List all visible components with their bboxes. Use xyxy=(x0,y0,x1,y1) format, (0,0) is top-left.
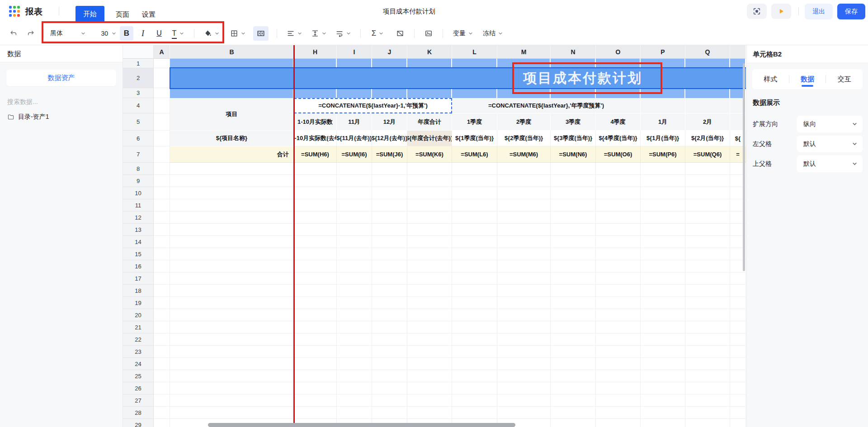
cell-M5[interactable]: 2季度 xyxy=(497,113,551,131)
cell-B2-merged-title[interactable]: 项目成本付款计划 xyxy=(170,68,746,88)
cell-O9[interactable] xyxy=(596,175,641,187)
cell-Q6[interactable]: ${2月(当年)} xyxy=(685,131,730,146)
cell-K23[interactable] xyxy=(407,346,452,358)
cell-L22[interactable] xyxy=(452,333,497,346)
cell-L8[interactable] xyxy=(452,163,497,175)
cell-B13[interactable] xyxy=(170,224,294,236)
cell-K28[interactable] xyxy=(407,407,452,419)
cell-Q28[interactable] xyxy=(685,407,730,419)
cell-Q1[interactable] xyxy=(685,59,730,68)
cell-P29[interactable] xyxy=(641,419,685,427)
row-header-11[interactable]: 11 xyxy=(123,199,154,211)
panel-tab-interaction[interactable]: 交互 xyxy=(826,69,863,89)
cell-A11[interactable] xyxy=(154,199,170,211)
cell-N8[interactable] xyxy=(551,163,596,175)
cell-M25[interactable] xyxy=(497,370,551,382)
cell-J8[interactable] xyxy=(372,163,407,175)
cell-A21[interactable] xyxy=(154,321,170,333)
cell-J13[interactable] xyxy=(372,224,407,236)
cell-K13[interactable] xyxy=(407,224,452,236)
cell-Q3[interactable] xyxy=(685,88,730,98)
cell-P28[interactable] xyxy=(641,407,685,419)
cell-N10[interactable] xyxy=(551,187,596,199)
cell-L10[interactable] xyxy=(452,187,497,199)
cell-B25[interactable] xyxy=(170,370,294,382)
column-header-O[interactable]: O xyxy=(596,45,641,59)
cell-N28[interactable] xyxy=(551,407,596,419)
row-header-27[interactable]: 27 xyxy=(123,394,154,407)
cell-A29[interactable] xyxy=(154,419,170,427)
cell-N26[interactable] xyxy=(551,382,596,394)
row-header-19[interactable]: 19 xyxy=(123,297,154,309)
cell-P18[interactable] xyxy=(641,285,685,297)
cell-A18[interactable] xyxy=(154,285,170,297)
cell-P4[interactable] xyxy=(641,98,685,113)
cell-H15[interactable] xyxy=(294,248,337,260)
column-header-I[interactable]: I xyxy=(337,45,372,59)
cell-K17[interactable] xyxy=(407,272,452,285)
cell-K8[interactable] xyxy=(407,163,452,175)
vertical-align-button[interactable] xyxy=(310,26,328,41)
cell-B14[interactable] xyxy=(170,236,294,248)
cell-H1[interactable] xyxy=(294,59,337,68)
cell-N24[interactable] xyxy=(551,358,596,370)
cell-J28[interactable] xyxy=(372,407,407,419)
cell-B20[interactable] xyxy=(170,309,294,321)
cell-I22[interactable] xyxy=(337,333,372,346)
row-header-10[interactable]: 10 xyxy=(123,187,154,199)
cell-M14[interactable] xyxy=(497,236,551,248)
horizontal-align-button[interactable] xyxy=(285,26,303,41)
bold-button[interactable]: B xyxy=(120,26,133,41)
cell-A9[interactable] xyxy=(154,175,170,187)
cell-H8[interactable] xyxy=(294,163,337,175)
cell-L15[interactable] xyxy=(452,248,497,260)
cell-N5[interactable]: 3季度 xyxy=(551,113,596,131)
cell-O10[interactable] xyxy=(596,187,641,199)
cell-A1[interactable] xyxy=(154,59,170,68)
cell-P22[interactable] xyxy=(641,333,685,346)
cell-R20[interactable] xyxy=(730,309,746,321)
cell-L13[interactable] xyxy=(452,224,497,236)
cell-L16[interactable] xyxy=(452,260,497,272)
cell-L19[interactable] xyxy=(452,297,497,309)
cell-O27[interactable] xyxy=(596,394,641,407)
freeze-menu[interactable]: 冻结 xyxy=(480,26,505,41)
save-button[interactable]: 保存 xyxy=(837,4,865,19)
cell-J9[interactable] xyxy=(372,175,407,187)
cell-L3[interactable] xyxy=(452,88,497,98)
row-header-29[interactable]: 29 xyxy=(123,419,154,427)
cell-H18[interactable] xyxy=(294,285,337,297)
cell-I1[interactable] xyxy=(337,59,372,68)
cell-B6[interactable]: ${项目名称} xyxy=(170,131,294,146)
cell-J5[interactable]: 12月 xyxy=(372,113,407,131)
cell-J22[interactable] xyxy=(372,333,407,346)
cell-A27[interactable] xyxy=(154,394,170,407)
cell-H23[interactable] xyxy=(294,346,337,358)
cell-Q5[interactable]: 2月 xyxy=(685,113,730,131)
cell-I21[interactable] xyxy=(337,321,372,333)
tab-settings[interactable]: 设置 xyxy=(138,6,159,22)
cell-A8[interactable] xyxy=(154,163,170,175)
cell-P10[interactable] xyxy=(641,187,685,199)
cell-I18[interactable] xyxy=(337,285,372,297)
panel-tab-data[interactable]: 数据 xyxy=(789,69,826,89)
cell-K14[interactable] xyxy=(407,236,452,248)
cell-B27[interactable] xyxy=(170,394,294,407)
exit-button[interactable]: 退出 xyxy=(805,4,833,19)
cell-M27[interactable] xyxy=(497,394,551,407)
cell-K11[interactable] xyxy=(407,199,452,211)
cell-A4[interactable] xyxy=(154,98,170,113)
cell-N19[interactable] xyxy=(551,297,596,309)
cell-R25[interactable] xyxy=(730,370,746,382)
column-header-H[interactable]: H xyxy=(294,45,337,59)
cell-M1[interactable] xyxy=(497,59,551,68)
cell-H3[interactable] xyxy=(294,88,337,98)
cell-K10[interactable] xyxy=(407,187,452,199)
merge-cells-button[interactable] xyxy=(253,26,269,41)
cell-R23[interactable] xyxy=(730,346,746,358)
fit-screen-button[interactable] xyxy=(747,4,767,19)
cell-P27[interactable] xyxy=(641,394,685,407)
cell-A22[interactable] xyxy=(154,333,170,346)
cell-I15[interactable] xyxy=(337,248,372,260)
cell-N13[interactable] xyxy=(551,224,596,236)
